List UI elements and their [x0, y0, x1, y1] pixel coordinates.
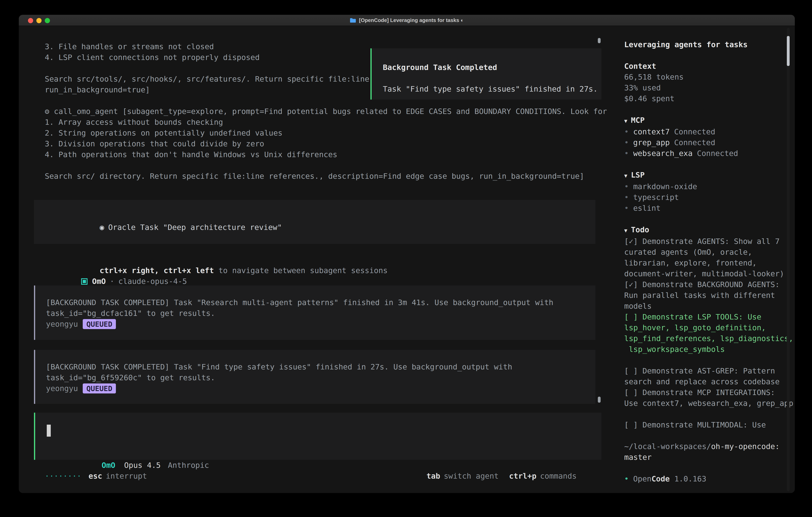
context-spent: $0.46 spent — [624, 93, 787, 104]
agent-separator: · — [110, 277, 114, 285]
esc-key-label: interrupt — [106, 471, 147, 482]
bullet-icon: • — [624, 474, 629, 483]
bullet-icon: • — [624, 138, 629, 147]
workspace-branch: master — [624, 452, 787, 463]
context-used: 33% used — [624, 82, 787, 93]
sidebar-scrollbar-thumb[interactable] — [787, 36, 790, 66]
titlebar[interactable]: [OpenCode] Leveraging agents for tasks ◐ — [19, 15, 795, 26]
bullet-icon: • — [624, 182, 629, 191]
zoom-window-button[interactable] — [45, 18, 50, 23]
lsp-section-header[interactable]: ▼LSP — [624, 169, 787, 181]
todo-section-header[interactable]: ▼Todo — [624, 224, 787, 236]
traffic-lights — [28, 18, 50, 23]
busy-spinner-dots: ········ — [45, 471, 81, 482]
oracle-shortcut-hint: to navigate between subagent sessions — [214, 266, 387, 275]
toast-body: Task "Find type safety issues" finished … — [383, 84, 601, 94]
todo-heading: Todo — [631, 225, 649, 234]
bullet-icon: • — [624, 149, 629, 158]
scrollbar-thumb[interactable] — [598, 397, 601, 403]
context-heading: Context — [624, 61, 787, 72]
app-version: •OpenCode 1.0.163 — [624, 473, 787, 484]
status-badge: QUEUED — [83, 383, 116, 393]
message-text: [BACKGROUND TASK COMPLETED] Task "Resear… — [46, 297, 596, 319]
toast-title: Background Task Completed — [383, 62, 601, 73]
terminal-window: [OpenCode] Leveraging agents for tasks ◐… — [19, 15, 795, 493]
todo-item: [✓] Demonstrate AGENTS: Show all 7 curat… — [624, 236, 787, 279]
mcp-status: Connected — [674, 127, 715, 136]
minimize-window-button[interactable] — [36, 18, 41, 23]
omo-agent-icon — [81, 278, 88, 285]
background-task-message: [BACKGROUND TASK COMPLETED] Task "Find t… — [34, 350, 596, 404]
scrollbar-thumb[interactable] — [598, 38, 601, 43]
message-author: yeongyu — [46, 320, 78, 328]
mcp-status: Connected — [674, 138, 715, 147]
sidebar: Leveraging agents for tasks Context 66,5… — [615, 26, 795, 493]
lsp-name: typescript — [633, 193, 679, 201]
bullet-icon: • — [624, 127, 629, 136]
agent-name: OmO — [92, 277, 106, 285]
workspace-path: ~/local-workspaces/oh-my-opencode: — [624, 441, 787, 452]
ctrlp-key-hint: ctrl+p — [509, 471, 536, 480]
agent-model: claude-opus-4-5 — [118, 277, 187, 285]
chevron-down-icon: ▼ — [624, 227, 628, 234]
lsp-item: •typescript — [624, 192, 787, 203]
todo-item: [ ] Demonstrate AST-GREP: Pattern search… — [624, 365, 787, 387]
lsp-item: •eslint — [624, 203, 787, 214]
input-model: Opus 4.5 — [124, 461, 161, 469]
context-tokens: 66,518 tokens — [624, 72, 787, 82]
window-title: [OpenCode] Leveraging agents for tasks ◐ — [359, 17, 464, 23]
close-window-button[interactable] — [28, 18, 33, 23]
todo-item: [ ] Demonstrate MULTIMODAL: Use — [624, 419, 787, 430]
workspace-dir: ~/local-workspaces/ — [624, 442, 711, 451]
chat-pane: 3. File handles or streams not closed 4.… — [19, 26, 615, 493]
oracle-task-label: Oracle Task "Deep architecture review" — [108, 223, 282, 232]
workspace-repo: oh-my-opencode: — [711, 442, 780, 451]
version-number — [670, 474, 674, 483]
lsp-name: eslint — [633, 203, 661, 212]
message-text: [BACKGROUND TASK COMPLETED] Task "Find t… — [46, 361, 596, 383]
notification-toast[interactable]: Background Task Completed Task "Find typ… — [371, 48, 601, 100]
text-cursor — [47, 425, 51, 437]
mcp-name: context7 — [633, 127, 670, 136]
brand-open: Open — [633, 474, 651, 483]
mcp-item: •websearch_exaConnected — [624, 148, 787, 159]
chevron-down-icon: ▼ — [624, 173, 628, 179]
mcp-heading: MCP — [631, 115, 645, 124]
mcp-status: Connected — [697, 149, 738, 158]
lsp-item: •markdown-oxide — [624, 181, 787, 192]
status-badge: QUEUED — [83, 319, 116, 329]
lsp-name: markdown-oxide — [633, 182, 697, 191]
folder-icon — [350, 18, 356, 23]
brand-code: Code — [651, 474, 670, 483]
chevron-down-icon: ▼ — [624, 118, 628, 124]
session-title: Leveraging agents for tasks — [624, 39, 787, 50]
todo-item: [✓] Demonstrate BACKGROUND AGENTS: Run p… — [624, 279, 787, 311]
mcp-name: grep_app — [633, 138, 670, 147]
tab-key-hint: tab — [426, 471, 440, 480]
mcp-name: websearch_exa — [633, 149, 693, 158]
ctrlp-key-label: commands — [540, 471, 577, 480]
status-bar: ········ esc interrupt tabswitch agent c… — [45, 471, 577, 482]
input-provider: Anthropic — [168, 461, 209, 469]
oracle-task-card[interactable]: ◉Oracle Task "Deep architecture review" … — [34, 200, 596, 244]
lsp-heading: LSP — [631, 170, 645, 179]
mcp-item: •context7Connected — [624, 126, 787, 137]
background-task-message: [BACKGROUND TASK COMPLETED] Task "Resear… — [34, 285, 596, 340]
input-agent: OmO — [102, 461, 115, 469]
todo-item: [ ] Demonstrate MCP INTEGRATIONS: Use co… — [624, 387, 787, 409]
message-author: yeongyu — [46, 384, 78, 393]
mcp-section-header[interactable]: ▼MCP — [624, 115, 787, 126]
bullet-icon: • — [624, 193, 629, 201]
mcp-item: •grep_appConnected — [624, 137, 787, 148]
sidebar-scrollbar-track[interactable] — [787, 28, 790, 491]
fisheye-icon: ◉ — [100, 223, 104, 232]
esc-key-hint: esc — [88, 471, 102, 482]
desktop: [OpenCode] Leveraging agents for tasks ◐… — [0, 0, 812, 517]
version-number: 1.0.163 — [674, 474, 706, 483]
prompt-input[interactable]: OmOOpus 4.5Anthropic — [34, 413, 601, 460]
todo-item: [ ] Demonstrate LSP TOOLS: Use lsp_hover… — [624, 311, 787, 355]
bullet-icon: • — [624, 203, 629, 212]
tab-key-label: switch agent — [444, 471, 499, 480]
